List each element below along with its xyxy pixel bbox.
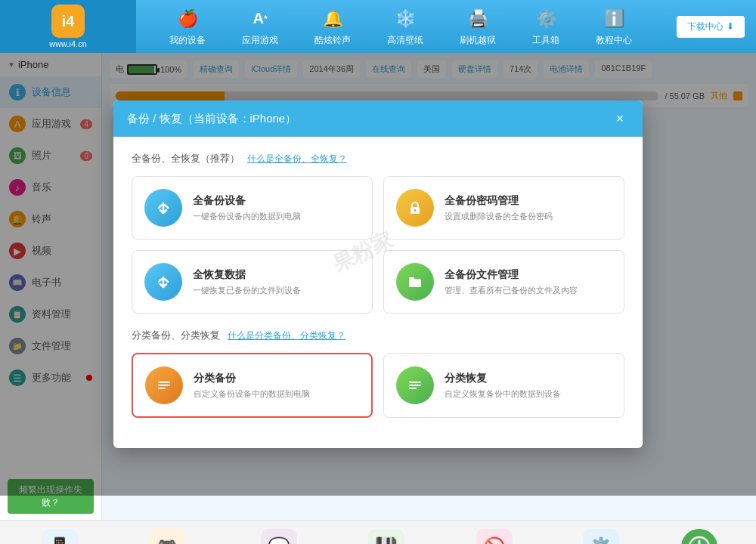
logo-area: i4 www.i4.cn (0, 0, 136, 53)
nav-wallpapers[interactable]: ❄️ 高清壁纸 (387, 7, 423, 47)
nav-wallpapers-icon: ❄️ (393, 7, 417, 31)
password-mgmt-icon (396, 189, 434, 227)
svg-rect-3 (158, 382, 170, 383)
backup-restore-modal: 备份 / 恢复（当前设备：iPhone） × 全备份、全恢复（推荐） 什么是全备… (113, 100, 643, 448)
category-backup-card[interactable]: 分类备份 自定义备份设备中的数据到电脑 (132, 353, 373, 418)
top-right: 下载中心 ⬇ (665, 16, 756, 38)
svg-point-2 (414, 209, 417, 212)
section1-link[interactable]: 什么是全备份、全恢复？ (247, 153, 347, 165)
svg-rect-6 (409, 382, 421, 383)
nav-tutorials[interactable]: ℹ️ 教程中心 (596, 7, 632, 47)
svg-rect-4 (158, 385, 170, 386)
file-mgmt-card[interactable]: 全备份文件管理 管理、查看所有已备份的文件及内容 (383, 250, 624, 314)
svg-rect-8 (409, 388, 417, 389)
full-backup-grid: 全备份设备 一键备份设备内的数据到电脑 (132, 176, 624, 314)
section2-link[interactable]: 什么是分类备份、分类恢复？ (228, 329, 345, 342)
backup-restore-tool[interactable]: 💾 备份 / 恢复 (367, 529, 407, 544)
reboot-icon: ⚙️ (583, 529, 619, 544)
modal-body: 全备份、全恢复（推荐） 什么是全备份、全恢复？ (113, 137, 643, 448)
svg-rect-7 (409, 385, 421, 386)
section1-header: 全备份、全恢复（推荐） 什么是全备份、全恢复？ (132, 152, 624, 165)
modal-close-button[interactable]: × (611, 110, 629, 128)
nav-apps[interactable]: A* 应用游戏 (242, 7, 278, 47)
modal-header: 备份 / 恢复（当前设备：iPhone） × (113, 100, 643, 137)
app-logo: i4 (51, 5, 85, 38)
full-restore-text: 全恢复数据 一键恢复已备份的文件到设备 (193, 268, 301, 296)
shutdown-tool[interactable]: 关闭设备 (681, 529, 717, 544)
nav-ringtones[interactable]: 🔔 酷炫铃声 (314, 7, 351, 47)
full-restore-card[interactable]: 全恢复数据 一键恢复已备份的文件到设备 (132, 250, 373, 314)
password-mgmt-text: 全备份密码管理 设置或删除设备的全备份密码 (445, 194, 553, 222)
category-restore-text: 分类恢复 自定义恢复备份中的数据到设备 (445, 372, 561, 400)
fix-game-icon: 🎮 (149, 529, 185, 544)
password-mgmt-card[interactable]: 全备份密码管理 设置或删除设备的全备份密码 (383, 176, 624, 240)
close-ios-tool[interactable]: 🚫 关闭 iOS 更新 (469, 529, 520, 544)
close-ios-icon: 🚫 (476, 529, 513, 544)
fix-game-tool[interactable]: 🎮 修复游戏闪退 (142, 529, 192, 544)
fix-app-icon: 💬 (261, 529, 297, 544)
full-backup-card[interactable]: 全备份设备 一键备份设备内的数据到电脑 (132, 176, 373, 240)
nav-tools[interactable]: ⚙️ 工具箱 (532, 7, 559, 47)
shutdown-icon (681, 529, 717, 544)
nav-my-device[interactable]: 🍎 我的设备 (169, 7, 206, 47)
file-mgmt-icon (396, 263, 434, 301)
full-backup-icon (144, 189, 182, 227)
full-restore-icon (144, 263, 182, 301)
nav-jailbreak[interactable]: 🖨️ 刷机越狱 (460, 7, 496, 47)
fix-app-tool[interactable]: 💬 修复应用弹窗 (254, 529, 304, 544)
nav-tools-icon: ⚙️ (534, 7, 558, 31)
download-center-button[interactable]: 下载中心 ⬇ (677, 16, 745, 38)
bottom-toolbar: 📱 安装移动端 🎮 修复游戏闪退 💬 修复应用弹窗 💾 备份 / 恢复 🚫 关闭… (0, 520, 756, 544)
full-backup-text: 全备份设备 一键备份设备内的数据到电脑 (193, 194, 301, 222)
nav-items: 🍎 我的设备 A* 应用游戏 🔔 酷炫铃声 ❄️ 高清壁纸 🖨️ 刷机越狱 ⚙️… (136, 7, 665, 47)
install-mobile-tool[interactable]: 📱 安装移动端 (39, 529, 80, 544)
nav-my-device-icon: 🍎 (175, 7, 200, 31)
nav-ringtones-icon: 🔔 (321, 7, 345, 31)
category-restore-card[interactable]: 分类恢复 自定义恢复备份中的数据到设备 (383, 353, 624, 418)
nav-apps-icon: A* (248, 7, 272, 31)
file-mgmt-text: 全备份文件管理 管理、查看所有已备份的文件及内容 (445, 268, 578, 296)
modal-title: 备份 / 恢复（当前设备：iPhone） (127, 112, 296, 126)
category-restore-icon (396, 366, 434, 404)
reboot-tool[interactable]: ⚙️ 重启设备 (583, 529, 619, 544)
category-backup-text: 分类备份 自定义备份设备中的数据到电脑 (194, 372, 310, 400)
backup-restore-icon: 💾 (368, 529, 404, 544)
nav-tutorials-icon: ℹ️ (602, 7, 626, 31)
logo-text: www.i4.cn (49, 39, 87, 48)
section2-header: 分类备份、分类恢复 什么是分类备份、分类恢复？ (132, 329, 624, 342)
category-grid: 分类备份 自定义备份设备中的数据到电脑 (132, 353, 624, 418)
modal-overlay: 备份 / 恢复（当前设备：iPhone） × 全备份、全恢复（推荐） 什么是全备… (0, 53, 756, 496)
svg-rect-5 (158, 388, 166, 389)
nav-jailbreak-icon: 🖨️ (466, 7, 490, 31)
top-bar: i4 www.i4.cn 🍎 我的设备 A* 应用游戏 🔔 酷炫铃声 ❄️ 高清… (0, 0, 756, 53)
category-backup-icon (145, 366, 183, 404)
install-mobile-icon: 📱 (42, 529, 78, 544)
